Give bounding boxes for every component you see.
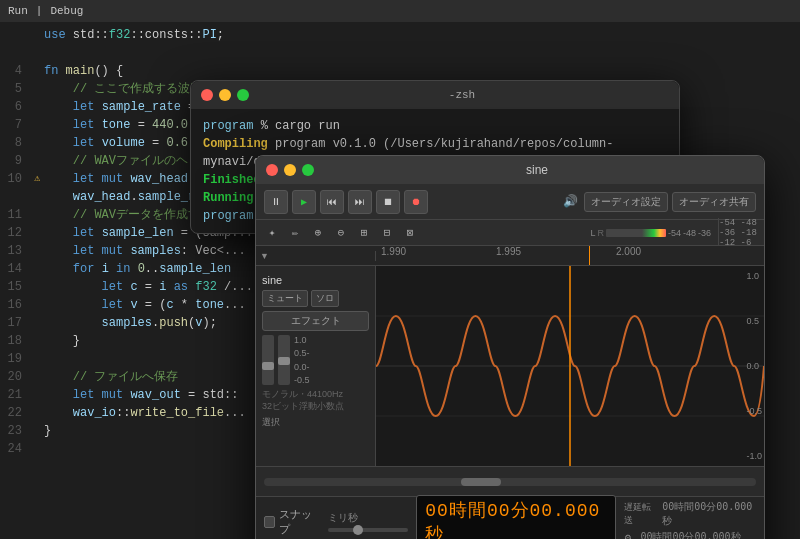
terminal-prompt-line: program % cargo run [203,117,667,135]
audio-share-button[interactable]: オーディオ共有 [672,192,756,212]
select-tool[interactable]: ✦ [262,223,282,243]
ruler-time-1: 1.990 [381,246,406,257]
ruler-left: ▼ [256,251,376,261]
right-meter-area: -54 -48 -36 -18 -12 -6 [718,218,758,248]
audio-maximize-button[interactable] [302,164,314,176]
debug-button[interactable]: Debug [50,5,83,17]
audio-footer: スナップ ミリ秒 00時間00分00.000秒 遅延転送 00時間00分00.0… [256,496,764,539]
channel-meters: L R -54-48-36 [590,228,711,238]
track-sliders: 1.0 0.5- 0.0- -0.5 [262,335,369,385]
terminal-prompt: program [203,119,253,133]
milli-label: ミリ秒 [328,511,408,525]
pencil-tool[interactable]: ✏ [285,223,305,243]
close-button[interactable] [201,89,213,101]
editor-toolbar: Run | Debug [0,0,800,22]
waveform-scale: 1.0 0.5 0.0 -0.5 -1.0 [746,271,762,461]
pan-slider[interactable] [278,335,290,385]
audio-main: sine ミュート ソロ エフェクト 1.0 0.5- 0.0- -0.5 [256,266,764,466]
timeline-ruler: ▼ 1.990 1.995 2.000 [256,246,764,266]
effect-button[interactable]: エフェクト [262,311,369,331]
footer-label-1: 遅延転送 [624,501,658,527]
tool-5[interactable]: ⊞ [354,223,374,243]
track-name: sine [262,274,369,286]
audio-scroll-bar [256,466,764,496]
timecode-display: 00時間00分00.000秒 [416,495,616,540]
audio-close-button[interactable] [266,164,278,176]
audio-minimize-button[interactable] [284,164,296,176]
audio-title: sine [320,163,754,177]
snap-checkbox[interactable] [264,516,275,528]
mute-button[interactable]: ミュート [262,290,308,307]
track-buttons: ミュート ソロ [262,290,369,307]
tool-row: ✦ ✏ ⊕ ⊖ ⊞ ⊟ ⊠ L R -54-48-36 -54 -48 -36 … [256,220,764,246]
stop-button[interactable]: ⏹ [376,190,400,214]
footer-time-1: 00時間00分00.000秒 [662,500,756,528]
toolbar-separator: | [36,5,43,17]
terminal-titlebar: -zsh [191,81,679,109]
transport-bar: ⏸ ▶ ⏮ ⏭ ⏹ ⏺ 🔊 オーディオ設定 オーディオ共有 [256,184,764,220]
track-info: モノラル・44100Hz 32ビット浮動小数点 [262,389,369,412]
timecode-value: 00時間00分00.000秒 [425,498,607,540]
rewind-button[interactable]: ⏮ [320,190,344,214]
horizontal-scrollbar[interactable] [264,478,756,486]
fast-forward-button[interactable]: ⏭ [348,190,372,214]
code-line: use std::f32::consts::PI; [0,26,800,44]
ruler-right: 1.990 1.995 2.000 [376,246,764,265]
waveform-area[interactable]: 1.0 0.5 0.0 -0.5 -1.0 [376,266,764,466]
pause-button[interactable]: ⏸ [264,190,288,214]
maximize-button[interactable] [237,89,249,101]
tool-6[interactable]: ⊟ [377,223,397,243]
selection-label: 選択 [262,416,369,429]
ruler-time-3: 2.000 [616,246,641,257]
audio-titlebar: sine [256,156,764,184]
snap-control: スナップ [264,507,320,537]
milli-slider[interactable] [328,528,408,532]
zoom-in-tool[interactable]: ⊕ [308,223,328,243]
record-button[interactable]: ⏺ [404,190,428,214]
minimize-button[interactable] [219,89,231,101]
ruler-time-2: 1.995 [496,246,521,257]
volume-slider[interactable] [262,335,274,385]
audio-window: sine ⏸ ▶ ⏮ ⏭ ⏹ ⏺ 🔊 オーディオ設定 オーディオ共有 ✦ ✏ ⊕… [255,155,765,539]
milli-control: ミリ秒 [328,511,408,532]
volume-scale: 1.0 0.5- 0.0- -0.5 [294,335,310,385]
footer-settings: 遅延転送 00時間00分00.000秒 ⚙ 00時間00分00.000秒 [624,500,756,540]
volume-icon: 🔊 [560,192,580,212]
track-controls: sine ミュート ソロ エフェクト 1.0 0.5- 0.0- -0.5 [256,266,376,466]
terminal-command: % cargo run [261,119,340,133]
snap-label: スナップ [279,507,320,537]
audio-settings-button[interactable]: オーディオ設定 [584,192,668,212]
gear-icon[interactable]: ⚙ [624,531,636,540]
play-button[interactable]: ▶ [292,190,316,214]
terminal-title: -zsh [255,89,669,101]
tool-7[interactable]: ⊠ [400,223,420,243]
scrollbar-thumb[interactable] [461,478,501,486]
solo-button[interactable]: ソロ [311,290,339,307]
footer-time-2: 00時間00分00.000秒 [640,530,740,540]
code-line [0,44,800,62]
playhead [589,246,590,265]
waveform-svg [376,266,764,466]
zoom-out-tool[interactable]: ⊖ [331,223,351,243]
code-line: 4 fn main() { [0,62,800,80]
run-button[interactable]: Run [8,5,28,17]
